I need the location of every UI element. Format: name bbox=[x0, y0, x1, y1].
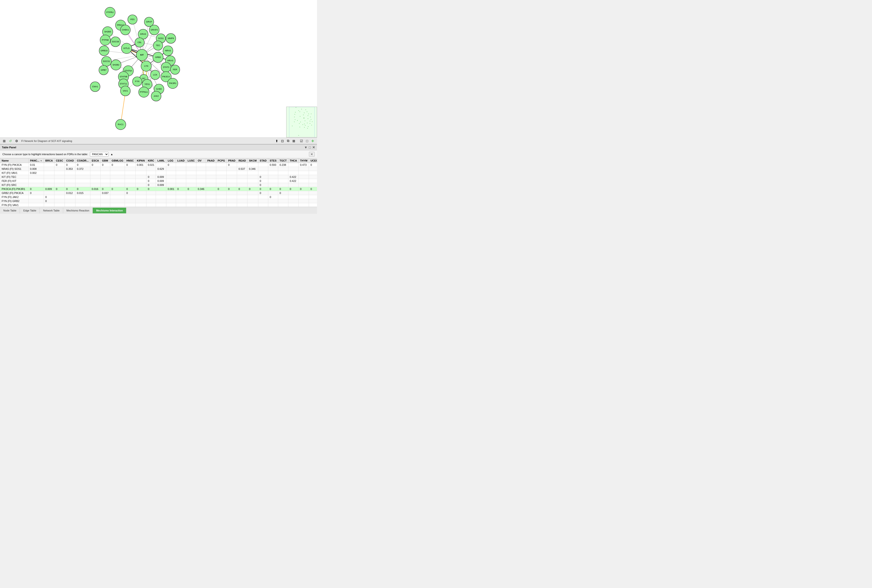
col-ucec[interactable]: UCEC bbox=[309, 159, 317, 163]
col-name[interactable]: Name bbox=[0, 159, 29, 163]
svg-text:GRB10: GRB10 bbox=[101, 50, 108, 52]
col-esca[interactable]: ESCA bbox=[90, 159, 101, 163]
cell-hnsc: 0 bbox=[125, 163, 135, 167]
cell-gbm bbox=[101, 183, 110, 187]
svg-text:STAT3: STAT3 bbox=[163, 66, 170, 68]
cell-laml: 0.009 bbox=[156, 179, 166, 183]
col-pcpg[interactable]: PCPG bbox=[216, 159, 227, 163]
table-row[interactable]: FER (FI) KIT00.00900.422 bbox=[0, 179, 317, 183]
panel-close-icon[interactable]: ✕ bbox=[312, 146, 315, 149]
cell-lgg bbox=[166, 195, 176, 199]
col-prad[interactable]: PRAD bbox=[227, 159, 237, 163]
svg-text:CHEK1: CHEK1 bbox=[122, 28, 129, 31]
cell-coadr bbox=[75, 175, 90, 179]
cell-hnsc bbox=[125, 203, 135, 207]
tab-edge-table[interactable]: Edge Table bbox=[20, 208, 40, 213]
cancer-type-select[interactable]: PANCAN BRCA CESC COAD COADR... ESCA GBM … bbox=[90, 152, 109, 157]
col-coadr[interactable]: COADR... bbox=[75, 159, 90, 163]
zoom-in-icon[interactable]: ⧉ bbox=[286, 139, 291, 143]
svg-rect-150 bbox=[289, 107, 315, 137]
tab-mechismo-interaction[interactable]: Mechismo Interaction bbox=[93, 208, 126, 213]
cell-kipan: 0 bbox=[135, 187, 146, 191]
cell-laml: 0.009 bbox=[156, 183, 166, 187]
col-hnsc[interactable]: HNSC bbox=[125, 159, 135, 163]
zoom-out-icon[interactable]: ⊠ bbox=[291, 139, 296, 143]
cell-kirc: 0.021 bbox=[146, 163, 156, 167]
crosshair-icon[interactable]: ✛ bbox=[311, 139, 315, 143]
table-row[interactable]: NRAS (FI) SOS10.0080.3530.3720.6290.5370… bbox=[0, 167, 317, 171]
svg-point-153 bbox=[305, 110, 306, 110]
cell-panc: 0 bbox=[29, 191, 44, 195]
cell-gbmlgg bbox=[110, 195, 125, 199]
table-row[interactable]: KIT (FI) VAV10.002 bbox=[0, 171, 317, 175]
col-cesc[interactable]: CESC bbox=[54, 159, 65, 163]
col-panc[interactable]: PANC... ▼ bbox=[29, 159, 44, 163]
cell-coadr bbox=[75, 199, 90, 203]
col-luad[interactable]: LUAD bbox=[176, 159, 186, 163]
zoom-fit-icon[interactable]: ⊡ bbox=[280, 139, 285, 143]
tab-mechismo-reaction[interactable]: Mechismo Reaction bbox=[63, 208, 93, 213]
col-stad[interactable]: STAD bbox=[258, 159, 268, 163]
svg-point-178 bbox=[310, 123, 311, 124]
cell-prad bbox=[227, 167, 237, 171]
panel-collapse-icon[interactable]: ▼ bbox=[304, 146, 308, 149]
col-lgg[interactable]: LGG bbox=[166, 159, 176, 163]
refresh-icon[interactable]: ↺ bbox=[8, 139, 13, 143]
table-panel-controls: ▼ □ ✕ bbox=[304, 146, 315, 149]
cell-cesc: 0 bbox=[54, 187, 65, 191]
svg-text:RAC1: RAC1 bbox=[118, 123, 123, 126]
cell-panc bbox=[29, 199, 44, 203]
settings-icon[interactable]: ⚙ bbox=[14, 139, 19, 143]
col-lusc[interactable]: LUSC bbox=[186, 159, 197, 163]
cancer-type-close[interactable]: ✕ bbox=[309, 152, 315, 157]
table-row[interactable]: KIT (FI) SRC00.0090 bbox=[0, 183, 317, 187]
tab-network-table[interactable]: Network Table bbox=[40, 208, 63, 213]
cell-esca bbox=[90, 175, 101, 179]
cell-stad: 0 bbox=[258, 191, 268, 195]
cell-laml: 0.009 bbox=[156, 175, 166, 179]
cell-cesc bbox=[54, 199, 65, 203]
select-icon[interactable]: □ bbox=[305, 139, 309, 143]
col-read[interactable]: READ bbox=[237, 159, 248, 163]
cell-gbm bbox=[101, 171, 110, 175]
col-stes[interactable]: STES bbox=[268, 159, 278, 163]
table-row[interactable]: FYN (FI) JAK200 bbox=[0, 195, 317, 199]
cell-paad bbox=[206, 199, 216, 203]
col-gbmlgg[interactable]: GBMLGG bbox=[110, 159, 125, 163]
col-ov[interactable]: OV bbox=[197, 159, 206, 163]
col-brca[interactable]: BRCA bbox=[44, 159, 54, 163]
cell-prad bbox=[227, 195, 237, 199]
cell-cesc bbox=[54, 171, 65, 175]
col-paad[interactable]: PAAD bbox=[206, 159, 216, 163]
table-row[interactable]: PIK3CA (FI) PIK3R100.0090000.016000000.0… bbox=[0, 187, 317, 191]
data-table-container[interactable]: Name PANC... ▼ BRCA CESC COAD COADR... E… bbox=[0, 158, 317, 207]
table-row[interactable]: FYN (FI) PIK3CA0.0100000000.0010.021000.… bbox=[0, 163, 317, 167]
minimap[interactable] bbox=[286, 106, 317, 137]
col-kipan[interactable]: KIPAN bbox=[135, 159, 146, 163]
col-kirc[interactable]: KIRC bbox=[146, 159, 156, 163]
col-thca[interactable]: THCA bbox=[288, 159, 299, 163]
cell-thca bbox=[288, 191, 299, 195]
navigate-icon[interactable]: ☑ bbox=[299, 139, 304, 143]
table-row[interactable]: KIT (FI) TEC00.00900.422 bbox=[0, 175, 317, 179]
export-icon[interactable]: ⬆ bbox=[275, 139, 279, 143]
cell-brca: 0 bbox=[44, 199, 54, 203]
cell-stad: 0 bbox=[258, 183, 268, 187]
table-row[interactable]: FYN (FI) GRB20 bbox=[0, 199, 317, 203]
cell-lusc bbox=[186, 171, 197, 175]
cell-hnsc bbox=[125, 179, 135, 183]
svg-text:CBL: CBL bbox=[137, 41, 142, 44]
col-thym[interactable]: THYM bbox=[299, 159, 309, 163]
table-row[interactable]: GRB2 (FI) PIK3CA00.0120.0150.037000 bbox=[0, 191, 317, 195]
table-row[interactable]: FYN (FI) VAV1 bbox=[0, 203, 317, 207]
apps-icon[interactable]: ⊞ bbox=[2, 139, 7, 143]
col-coad[interactable]: COAD bbox=[65, 159, 75, 163]
col-tgct[interactable]: TGCT bbox=[278, 159, 288, 163]
col-skcm[interactable]: SKCM bbox=[248, 159, 258, 163]
col-gbm[interactable]: GBM bbox=[101, 159, 110, 163]
cell-thca bbox=[288, 199, 299, 203]
tab-node-table[interactable]: Node Table bbox=[0, 208, 20, 213]
panel-minimize-icon[interactable]: □ bbox=[309, 146, 311, 149]
cell-gbm bbox=[101, 199, 110, 203]
col-laml[interactable]: LAML bbox=[156, 159, 166, 163]
